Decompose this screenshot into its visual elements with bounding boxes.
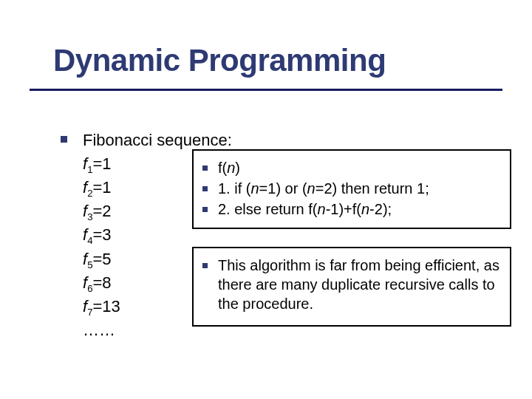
- algo-line-3: 2. else return f(n-1)+f(n-2);: [202, 200, 501, 219]
- algorithm-box: f(n) 1. if (n=1) or (n=2) then return 1;…: [192, 149, 511, 229]
- note-box: This algorithm is far from being efficie…: [192, 247, 511, 327]
- algo-text: 1. if (n=1) or (n=2) then return 1;: [218, 179, 501, 198]
- note-line: This algorithm is far from being efficie…: [202, 256, 501, 313]
- algo-text: f(n): [218, 158, 501, 177]
- bullet-icon: [202, 166, 208, 171]
- fib-value: =1: [92, 154, 111, 173]
- var-n: n: [307, 180, 316, 197]
- var-n: n: [318, 201, 326, 217]
- algo-text: 2. else return f(n-1)+f(n-2);: [218, 200, 501, 219]
- sequence-heading: Fibonacci sequence:: [83, 129, 474, 151]
- algo-line-2: 1. if (n=1) or (n=2) then return 1;: [202, 179, 501, 198]
- fib-value: =13: [92, 297, 120, 316]
- var-n: n: [227, 160, 235, 176]
- note-text: This algorithm is far from being efficie…: [218, 256, 501, 313]
- algo-line-1: f(n): [202, 158, 501, 177]
- fib-value: =3: [92, 225, 111, 244]
- slide: Dynamic Programming Fibonacci sequence: …: [0, 0, 532, 399]
- slide-title: Dynamic Programming: [53, 43, 386, 78]
- title-underline: [30, 89, 502, 91]
- fib-value: =5: [92, 250, 111, 268]
- bullet-icon: [202, 207, 208, 212]
- fib-value: =2: [92, 202, 111, 220]
- fib-value: =8: [92, 273, 111, 292]
- var-n: n: [250, 180, 259, 197]
- bullet-icon: [202, 263, 208, 268]
- var-n: n: [361, 201, 369, 217]
- fib-value: =1: [92, 178, 111, 197]
- bullet-icon: [202, 186, 208, 191]
